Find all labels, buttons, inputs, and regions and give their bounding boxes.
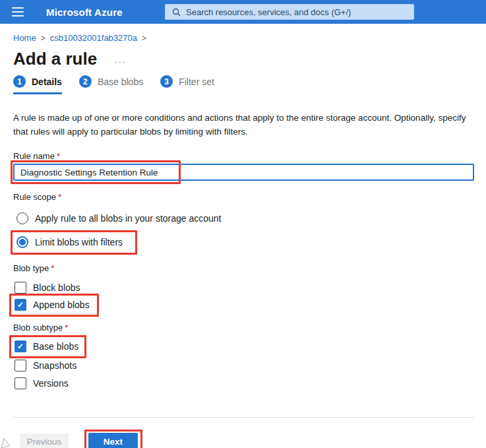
highlighted-radio-wrap[interactable]: Limit blobs with filters <box>16 236 123 248</box>
checkbox-option-snapshots[interactable]: Snapshots <box>15 359 473 371</box>
checkbox-label: Snapshots <box>33 360 76 371</box>
search-icon <box>172 8 181 16</box>
next-button[interactable]: Next <box>88 433 138 448</box>
previous-button[interactable]: Previous <box>20 433 69 448</box>
wizard-steps: 1 Details 2 Base blobs 3 Filter set <box>13 75 473 94</box>
footer-divider <box>13 417 474 418</box>
azure-portal-window: Microsoft Azure Search resources, servic… <box>0 0 486 448</box>
tab-label: Filter set <box>179 77 214 87</box>
required-asterisk: * <box>58 192 61 202</box>
check-icon: ✓ <box>17 300 24 309</box>
rule-name-field-wrap <box>13 164 474 181</box>
breadcrumb: Home > csb10032001fab3270a > <box>13 33 473 43</box>
blob-subtype-label: Blob subtype* <box>13 323 473 333</box>
check-icon: ✓ <box>17 342 24 351</box>
checkbox-checked-icon[interactable]: ✓ <box>15 299 26 311</box>
rule-name-input[interactable] <box>13 164 474 181</box>
radio-unselected-icon[interactable] <box>16 212 28 224</box>
checkbox-unchecked-icon[interactable] <box>15 377 26 389</box>
rule-scope-label: Rule scope* <box>13 192 473 202</box>
radio-option-all-blobs[interactable]: Apply rule to all blobs in your storage … <box>16 212 473 224</box>
step-number-badge: 3 <box>160 75 173 88</box>
required-asterisk: * <box>65 323 68 333</box>
tab-filter-set[interactable]: 3 Filter set <box>160 75 214 94</box>
radio-selected-icon[interactable] <box>16 236 28 248</box>
checkbox-option-versions[interactable]: Versions <box>15 377 473 389</box>
breadcrumb-home-link[interactable]: Home <box>13 33 36 43</box>
checkbox-option-block-blobs[interactable]: Block blobs <box>15 281 473 294</box>
checkbox-checked-icon[interactable]: ✓ <box>15 340 26 352</box>
footer-buttons: Previous Next <box>13 433 473 448</box>
checkbox-label: Append blobs <box>33 300 90 310</box>
hamburger-menu-icon[interactable] <box>12 7 24 16</box>
main-content: Home > csb10032001fab3270a > Add a rule … <box>0 33 486 448</box>
search-placeholder: Search resources, services, and docs (G+… <box>186 7 351 17</box>
brand-title[interactable]: Microsoft Azure <box>46 7 123 18</box>
intro-text: A rule is made up of one or more conditi… <box>13 111 473 139</box>
checkbox-option-base-blobs: ✓ Base blobs <box>15 340 473 353</box>
checkbox-option-append-blobs: ✓ Append blobs <box>15 299 473 311</box>
mouse-cursor <box>1 437 11 448</box>
tab-details[interactable]: 1 Details <box>13 75 62 94</box>
radio-option-limit-filters: Limit blobs with filters <box>16 236 473 249</box>
checkbox-label: Versions <box>33 378 69 389</box>
breadcrumb-storage-account-link[interactable]: csb10032001fab3270a <box>50 33 137 43</box>
highlighted-next-wrap: Next <box>88 433 138 448</box>
checkbox-label: Base blobs <box>33 341 78 352</box>
radio-label: Apply rule to all blobs in your storage … <box>35 213 222 224</box>
rule-name-label: Rule name* <box>13 151 473 161</box>
title-row: Add a rule ··· <box>13 48 473 69</box>
page-title: Add a rule <box>13 48 97 69</box>
breadcrumb-separator: > <box>41 34 46 43</box>
required-asterisk: * <box>57 151 60 161</box>
checkbox-unchecked-icon[interactable] <box>15 282 26 294</box>
tab-label: Base blobs <box>98 77 143 87</box>
checkbox-unchecked-icon[interactable] <box>15 360 26 371</box>
global-search-input[interactable]: Search resources, services, and docs (G+… <box>165 4 414 20</box>
checkbox-label: Block blobs <box>33 282 80 293</box>
highlighted-checkbox-wrap[interactable]: ✓ Append blobs <box>15 299 90 311</box>
top-bar: Microsoft Azure Search resources, servic… <box>0 0 486 24</box>
tab-label: Details <box>32 77 62 87</box>
highlighted-checkbox-wrap[interactable]: ✓ Base blobs <box>15 340 78 352</box>
more-options-icon[interactable]: ··· <box>114 57 127 67</box>
step-number-badge: 2 <box>79 75 92 88</box>
required-asterisk: * <box>51 263 54 273</box>
tab-base-blobs[interactable]: 2 Base blobs <box>79 75 143 94</box>
radio-label: Limit blobs with filters <box>35 237 123 247</box>
breadcrumb-separator: > <box>142 34 146 43</box>
blob-type-label: Blob type* <box>13 263 473 273</box>
step-number-badge: 1 <box>13 75 26 88</box>
